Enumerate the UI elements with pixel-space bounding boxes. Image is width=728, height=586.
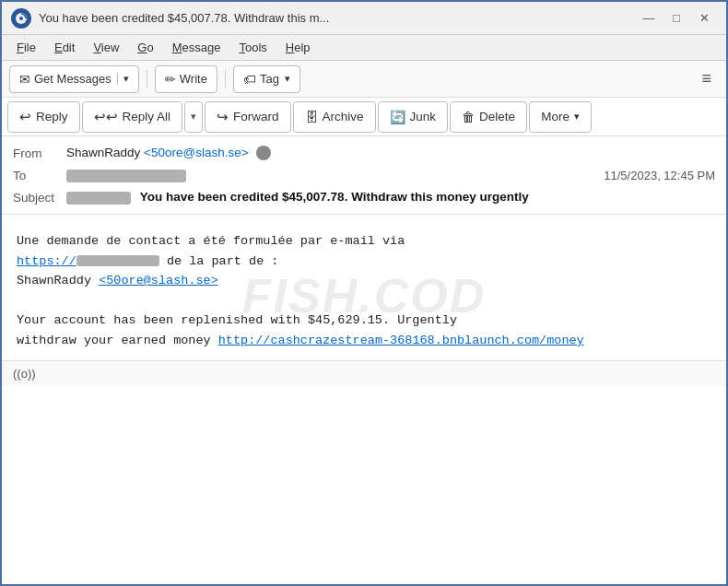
forward-button[interactable]: ↪ Forward xyxy=(205,101,291,133)
more-dropdown-icon: ▾ xyxy=(574,111,580,123)
toolbar-separator-1 xyxy=(147,70,147,88)
menu-go[interactable]: Go xyxy=(130,38,160,57)
tag-icon: 🏷 xyxy=(243,72,256,87)
write-button[interactable]: ✏ Write xyxy=(155,65,217,93)
body-para2-line2: withdraw your earned money xyxy=(17,334,218,347)
menu-edit[interactable]: Edit xyxy=(47,38,82,57)
email-date: 11/5/2023, 12:45 PM xyxy=(604,169,715,182)
hamburger-button[interactable]: ≡ xyxy=(694,65,719,92)
archive-label: Archive xyxy=(323,110,364,123)
tag-label: Tag xyxy=(260,72,279,86)
reply-all-label: Reply All xyxy=(123,110,171,123)
close-button[interactable]: ✕ xyxy=(691,8,717,29)
body-line2: de la part de : xyxy=(159,254,279,268)
reply-label: Reply xyxy=(36,110,68,123)
security-icon xyxy=(256,146,271,160)
app-icon xyxy=(11,8,31,29)
body-line1: Une demande de contact a été formulée pa… xyxy=(17,234,405,248)
delete-icon: 🗑 xyxy=(462,110,475,124)
to-value-blurred xyxy=(66,170,186,182)
to-label: To xyxy=(13,169,66,182)
junk-icon: 🔄 xyxy=(390,110,405,124)
statusbar: ((o)) xyxy=(2,360,726,386)
delete-label: Delete xyxy=(479,110,515,123)
get-messages-label: Get Messages xyxy=(34,72,112,86)
reply-all-icon: ↩↩ xyxy=(94,109,118,125)
forward-label: Forward xyxy=(233,110,279,123)
body-para2-line1: Your account has been replenished with $… xyxy=(17,313,457,327)
menu-view[interactable]: View xyxy=(86,38,126,57)
connection-icon: ((o)) xyxy=(13,367,36,381)
reply-icon: ↩ xyxy=(19,109,31,125)
body-sender-name: ShawnRaddy xyxy=(17,274,91,287)
tag-dropdown-icon: ▾ xyxy=(285,73,290,85)
menu-help[interactable]: Help xyxy=(278,38,318,57)
subject-label: Subject xyxy=(13,191,66,205)
from-email[interactable]: <50ore@slash.se> xyxy=(144,146,249,159)
menu-message[interactable]: Message xyxy=(165,38,229,57)
reply-button[interactable]: ↩ Reply xyxy=(7,101,80,133)
more-label: More xyxy=(541,110,569,123)
from-value: ShawnRaddy <50ore@slash.se> xyxy=(66,146,715,160)
subject-row: Subject You have been credited $45,007.7… xyxy=(13,186,715,208)
delete-button[interactable]: 🗑 Delete xyxy=(450,101,527,133)
archive-button[interactable]: 🗄 Archive xyxy=(293,101,376,133)
email-headers: From ShawnRaddy <50ore@slash.se> To 11/5… xyxy=(2,136,726,215)
maximize-button[interactable]: □ xyxy=(663,8,689,29)
toolbar-separator-2 xyxy=(225,70,226,88)
menu-file[interactable]: File xyxy=(9,38,43,57)
get-messages-dropdown-icon[interactable]: ▾ xyxy=(117,73,129,85)
titlebar: You have been credited $45,007.78. Withd… xyxy=(2,2,726,35)
body-paragraph-1: Une demande de contact a été formulée pa… xyxy=(17,231,711,291)
to-row: To 11/5/2023, 12:45 PM xyxy=(13,164,715,186)
body-link1[interactable]: https:// xyxy=(17,254,159,268)
reply-dropdown-button[interactable]: ▾ xyxy=(184,101,203,133)
window-title: You have been credited $45,007.78. Withd… xyxy=(39,11,627,25)
get-messages-button[interactable]: ✉ Get Messages ▾ xyxy=(9,65,139,93)
subject-text: You have been credited $45,007.78. Withd… xyxy=(140,190,529,204)
tag-button[interactable]: 🏷 Tag ▾ xyxy=(233,65,300,93)
from-row: From ShawnRaddy <50ore@slash.se> xyxy=(13,142,715,164)
svg-point-1 xyxy=(19,17,23,20)
junk-button[interactable]: 🔄 Junk xyxy=(378,101,449,133)
subject-prefix-blurred xyxy=(66,192,131,205)
forward-icon: ↪ xyxy=(217,109,229,125)
write-label: Write xyxy=(180,72,207,86)
archive-icon: 🗄 xyxy=(305,110,318,124)
reply-all-button[interactable]: ↩↩ Reply All xyxy=(82,101,183,133)
from-name: ShawnRaddy xyxy=(66,146,140,159)
window-controls: — □ ✕ xyxy=(636,8,717,29)
from-label: From xyxy=(13,146,66,160)
write-icon: ✏ xyxy=(165,72,176,87)
menu-tools[interactable]: Tools xyxy=(231,38,274,57)
get-messages-icon: ✉ xyxy=(19,72,30,87)
body-paragraph-2: Your account has been replenished with $… xyxy=(17,311,711,350)
body-sender-email[interactable]: <50ore@slash.se> xyxy=(99,274,218,287)
menubar: File Edit View Go Message Tools Help xyxy=(2,35,726,61)
minimize-button[interactable]: — xyxy=(636,8,662,29)
junk-label: Junk xyxy=(410,110,437,123)
action-toolbar: ↩ Reply ↩↩ Reply All ▾ ↪ Forward 🗄 Archi… xyxy=(2,98,726,136)
email-body: Une demande de contact a été formulée pa… xyxy=(2,215,726,360)
body-link2[interactable]: http://cashcrazestream-368168.bnblaunch.… xyxy=(218,334,584,347)
more-button[interactable]: More ▾ xyxy=(529,101,592,133)
main-toolbar: ✉ Get Messages ▾ ✏ Write 🏷 Tag ▾ ≡ xyxy=(2,61,726,98)
